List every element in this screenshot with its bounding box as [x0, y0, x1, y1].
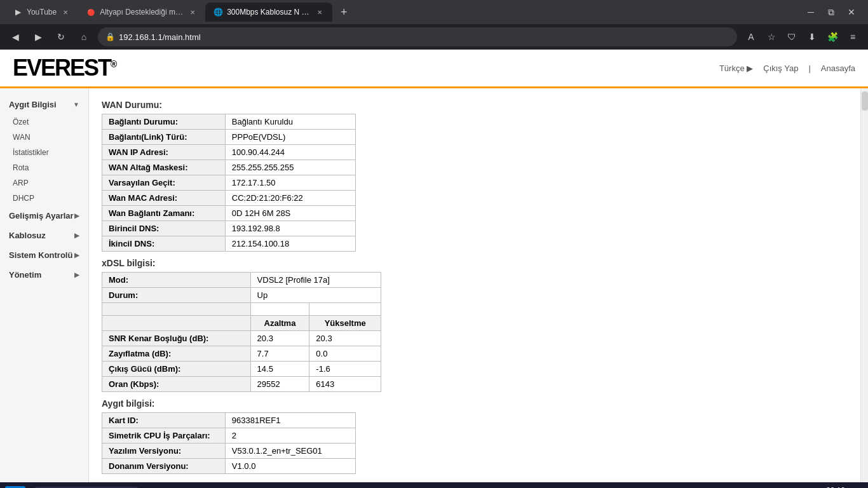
home-link[interactable]: Anasayfa [821, 64, 855, 73]
table-row: Bağlantı(Link) Türü: PPPoE(VDSL) [102, 130, 356, 145]
sidebar-sistem-label: Sistem Kontrolü [9, 250, 72, 260]
wan-subnet-value: 255.255.255.255 [225, 160, 355, 175]
restore-button[interactable]: ⧉ [822, 3, 840, 21]
wan-conn-status-label: Bağlantı Durumu: [102, 114, 226, 130]
logo-registered: ® [111, 59, 116, 69]
lock-icon: 🔒 [105, 32, 115, 41]
sidebar-kablosuz-label: Kablosuz [9, 231, 46, 240]
table-row: Oran (Kbps): 29552 6143 [102, 377, 381, 392]
reload-button[interactable]: ↻ [52, 28, 70, 46]
xdsl-col-up: Yükseltme [309, 316, 381, 331]
header-separator: | [808, 64, 810, 73]
sidebar-item-ozet[interactable]: Özet [0, 114, 88, 130]
xdsl-status-value: Up [250, 288, 381, 303]
forward-button[interactable]: ▶ [29, 28, 47, 46]
main-content: WAN Durumu: Bağlantı Durumu: Bağlantı Ku… [89, 88, 860, 482]
sidebar-item-gelismis[interactable]: Gelişmiş Ayarlar ▶ [0, 206, 88, 226]
xdsl-att-up: 0.0 [309, 346, 381, 362]
xdsl-col-down: Azaltma [250, 316, 309, 331]
logo-text: EVEREST [13, 55, 111, 81]
wan-status-table: Bağlantı Durumu: Bağlantı Kuruldu Bağlan… [102, 114, 356, 252]
sidebar-item-yonetim[interactable]: Yönetim ▶ [0, 265, 88, 285]
menu-icon[interactable]: ≡ [844, 28, 862, 46]
wan-dns1-value: 193.192.98.8 [225, 221, 355, 236]
tab-youtube-close[interactable]: ✕ [60, 7, 71, 17]
sidebar-item-wan[interactable]: WAN [0, 130, 88, 145]
table-row: Çıkış Gücü (dBm): 14.5 -1.6 [102, 362, 381, 377]
device-hw-value: V1.0.0 [225, 459, 355, 474]
taskbar: 🔍 Ara 🗂 📁 🛍 ♫ 💬 🌐 🦊 🎮 ☀ 32°C Güneşli ∧ ⬆… [0, 482, 868, 488]
xdsl-snr-down: 20.3 [250, 331, 309, 346]
sidebar-item-sistem[interactable]: Sistem Kontrolü ▶ [0, 245, 88, 265]
download-icon[interactable]: ⬇ [803, 28, 821, 46]
device-sw-value: V53.0.1.2_en+tr_SEG01 [225, 444, 355, 459]
xdsl-power-label: Çıkış Gücü (dBm): [102, 362, 251, 377]
chevron-down-icon: ▼ [73, 101, 79, 108]
new-tab-button[interactable]: + [335, 3, 353, 21]
wan-ip-value: 100.90.44.244 [225, 145, 355, 160]
translate-icon[interactable]: A [742, 28, 760, 46]
extension-icon[interactable]: 🧩 [824, 28, 841, 46]
wan-mac-value: CC:2D:21:20:F6:22 [225, 191, 355, 206]
table-row: WAN Altağ Maskesi: 255.255.255.255 [102, 160, 356, 175]
table-row: Durum: Up [102, 288, 381, 303]
wan-conn-status-value: Bağlantı Kuruldu [225, 114, 355, 130]
back-button[interactable]: ◀ [6, 28, 24, 46]
xdsl-att-label: Zayıflatma (dB): [102, 346, 251, 362]
sidebar-item-arp[interactable]: ARP [0, 175, 88, 191]
wan-ip-label: WAN IP Adresi: [102, 145, 226, 160]
sidebar: Aygıt Bilgisi ▼ Özet WAN İstatistikler R… [0, 88, 89, 482]
xdsl-snr-label: SNR Kenar Boşluğu (dB): [102, 331, 251, 346]
minimize-button[interactable]: ─ [802, 3, 820, 21]
bookmark-icon[interactable]: ☆ [763, 28, 780, 46]
site-logo: EVEREST® [13, 55, 116, 81]
wan-gateway-value: 172.17.1.50 [225, 175, 355, 191]
sidebar-item-istatistikler[interactable]: İstatistikler [0, 145, 88, 160]
url-bar[interactable]: 🔒 192.168.1.1/main.html [98, 27, 737, 46]
device-kartid-label: Kart ID: [102, 413, 226, 428]
shield-icon[interactable]: 🛡 [783, 28, 801, 46]
altyapi-favicon: 🔴 [86, 7, 96, 17]
xdsl-power-up: -1.6 [309, 362, 381, 377]
tab-bar: ▶ YouTube ✕ 🔴 Altyapı Desteklediği maks.… [0, 0, 868, 24]
sidebar-device-info-label: Aygıt Bilgisi [9, 100, 57, 109]
scrollbar-track[interactable] [860, 88, 868, 482]
tab-altyapi-title: Altyapı Desteklediği maks. Hızı... [100, 8, 184, 17]
url-text: 192.168.1.1/main.html [119, 32, 201, 42]
tab-youtube-title: YouTube [27, 8, 57, 17]
wan-gateway-label: Varsayılan Geçit: [102, 175, 226, 191]
xdsl-table: Mod: VDSL2 [Profile 17a] Durum: Up Azalt… [102, 272, 381, 392]
tab-modem-close[interactable]: ✕ [315, 7, 325, 17]
youtube-favicon: ▶ [13, 7, 23, 17]
scrollbar-thumb[interactable] [862, 92, 868, 111]
table-row: WAN IP Adresi: 100.90.44.244 [102, 145, 356, 160]
device-sw-label: Yazılım Versiyonu: [102, 444, 226, 459]
tab-youtube[interactable]: ▶ YouTube ✕ [5, 3, 78, 22]
table-row: İkincil DNS: 212.154.100.18 [102, 236, 356, 252]
sidebar-item-rota[interactable]: Rota [0, 160, 88, 175]
chevron-right-icon: ▶ [74, 212, 79, 219]
chevron-right-icon2: ▶ [74, 232, 79, 239]
sidebar-item-device-info[interactable]: Aygıt Bilgisi ▼ [0, 95, 88, 114]
xdsl-rate-down: 29552 [250, 377, 309, 392]
xdsl-section-title: xDSL bilgisi: [102, 258, 848, 268]
close-window-button[interactable]: ✕ [843, 3, 860, 21]
device-hw-label: Donanım Versiyonu: [102, 459, 226, 474]
modem-favicon: 🌐 [213, 7, 223, 17]
table-row: Wan MAC Adresi: CC:2D:21:20:F6:22 [102, 191, 356, 206]
sidebar-item-kablosuz[interactable]: Kablosuz ▶ [0, 226, 88, 245]
tab-modem[interactable]: 🌐 300Mbps Kablosuz N VDSL2 Moder... ✕ [205, 3, 332, 22]
language-selector[interactable]: Türkçe ▶ [719, 64, 753, 73]
tab-altyapi-close[interactable]: ✕ [187, 7, 198, 17]
wan-uptime-label: Wan Bağlantı Zamanı: [102, 206, 226, 221]
address-bar: ◀ ▶ ↻ ⌂ 🔒 192.168.1.1/main.html A ☆ 🛡 ⬇ … [0, 24, 868, 50]
sidebar-item-dhcp[interactable]: DHCP [0, 191, 88, 206]
table-row: Zayıflatma (dB): 7.7 0.0 [102, 346, 381, 362]
site-header: EVEREST® Türkçe ▶ Çıkış Yap | Anasayfa [0, 50, 868, 88]
tab-altyapi[interactable]: 🔴 Altyapı Desteklediği maks. Hızı... ✕ [78, 3, 205, 22]
logout-link[interactable]: Çıkış Yap [763, 64, 798, 73]
taskbar-clock[interactable]: 20:13 28.07.2022 [807, 485, 845, 488]
sidebar-yonetim-label: Yönetim [9, 270, 41, 280]
home-button[interactable]: ⌂ [75, 28, 93, 46]
xdsl-mod-value: VDSL2 [Profile 17a] [250, 273, 381, 288]
